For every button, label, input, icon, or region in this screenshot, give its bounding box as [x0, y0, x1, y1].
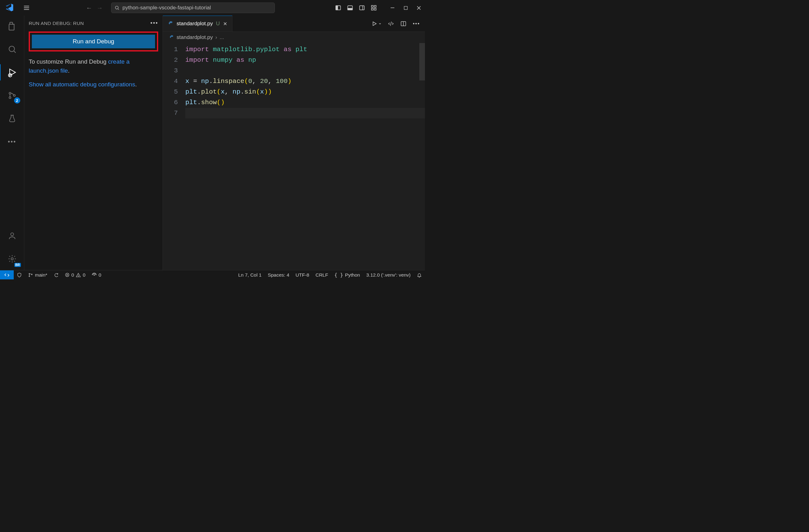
warning-count: 0	[83, 272, 85, 278]
svg-rect-19	[9, 24, 14, 30]
ports-count: 0	[99, 272, 101, 278]
customize-text: To customize Run and Debug	[29, 58, 106, 65]
svg-point-43	[94, 274, 95, 276]
run-and-debug-button[interactable]: Run and Debug	[32, 35, 155, 48]
svg-line-4	[118, 9, 119, 10]
highlight-box: Run and Debug	[29, 32, 158, 51]
svg-point-30	[11, 258, 13, 260]
svg-rect-11	[372, 6, 374, 7]
status-language[interactable]: { } Python	[331, 270, 363, 279]
status-bar: main* 0 0 0 Ln 7, Col 1 Spaces: 4 UTF-8 …	[0, 270, 425, 279]
status-notifications-icon[interactable]	[414, 270, 425, 279]
svg-point-31	[170, 22, 170, 22]
close-window-icon[interactable]	[415, 6, 423, 10]
nav-back-icon[interactable]: ←	[86, 4, 92, 12]
svg-point-20	[9, 46, 15, 52]
period: .	[68, 67, 70, 74]
status-ports[interactable]: 0	[89, 270, 104, 279]
svg-point-36	[29, 276, 30, 277]
activity-bar: 2 ••• BR	[0, 16, 24, 270]
sidebar: RUN AND DEBUG: RUN ••• Run and Debug To …	[24, 16, 163, 270]
status-sync-icon[interactable]	[51, 270, 62, 279]
minimap[interactable]	[419, 43, 425, 81]
braces-icon: { }	[334, 272, 343, 278]
editor-tab[interactable]: standardplot.py U ✕	[163, 16, 233, 32]
layout-primary-sidebar-icon[interactable]	[335, 5, 341, 11]
editor-area: standardplot.py U ✕ •••	[163, 16, 425, 270]
scm-badge: 2	[14, 97, 20, 104]
line-gutter: 1 2 3 4 5 6 7	[163, 44, 185, 270]
status-encoding[interactable]: UTF-8	[292, 270, 312, 279]
customize-layout-icon[interactable]	[371, 5, 377, 11]
status-eol[interactable]: CRLF	[312, 270, 331, 279]
show-auto-config-link[interactable]: Show all automatic debug configurations	[29, 81, 135, 88]
svg-rect-13	[372, 8, 374, 10]
explorer-icon[interactable]	[5, 19, 19, 33]
source-control-icon[interactable]: 2	[5, 89, 19, 102]
svg-point-25	[9, 92, 11, 94]
account-icon[interactable]	[5, 229, 19, 243]
search-text: python-sample-vscode-fastapi-tutorial	[123, 5, 211, 11]
error-count: 0	[71, 272, 74, 278]
layout-panel-icon[interactable]	[347, 5, 353, 11]
editor-more-icon[interactable]: •••	[413, 21, 420, 26]
minimize-window-icon[interactable]	[389, 6, 396, 10]
svg-marker-32	[373, 22, 377, 25]
breadcrumb[interactable]: standardplot.py › ...	[163, 32, 425, 43]
svg-point-42	[78, 276, 79, 276]
status-problems[interactable]: 0 0	[62, 270, 89, 279]
svg-rect-9	[360, 6, 364, 10]
close-tab-icon[interactable]: ✕	[223, 21, 227, 27]
svg-rect-14	[374, 8, 376, 10]
breadcrumb-file: standardplot.py	[177, 34, 213, 40]
code-editor[interactable]: 1 2 3 4 5 6 7 import matplotlib.pyplot a…	[163, 43, 425, 270]
search-activity-icon[interactable]	[5, 42, 19, 56]
more-activity-icon[interactable]: •••	[5, 135, 19, 148]
svg-line-21	[14, 51, 15, 53]
vscode-logo-icon	[5, 3, 14, 13]
tab-modified-indicator: U	[216, 21, 220, 27]
status-trust-icon[interactable]	[14, 270, 25, 279]
layout-secondary-sidebar-icon[interactable]	[359, 5, 365, 11]
svg-point-26	[9, 97, 11, 99]
svg-point-3	[115, 6, 118, 9]
nav-forward-icon[interactable]: →	[97, 4, 103, 12]
compare-changes-icon[interactable]	[388, 21, 394, 27]
svg-rect-8	[348, 8, 352, 10]
svg-point-35	[29, 273, 30, 274]
svg-rect-16	[404, 6, 407, 10]
testing-icon[interactable]	[5, 112, 19, 125]
status-cursor[interactable]: Ln 7, Col 1	[235, 270, 264, 279]
run-file-icon[interactable]	[372, 21, 382, 26]
svg-rect-12	[374, 6, 376, 7]
hamburger-menu-icon[interactable]	[23, 4, 30, 11]
svg-point-29	[11, 233, 13, 236]
tab-bar: standardplot.py U ✕ •••	[163, 16, 425, 32]
code-lines: import matplotlib.pyplot as plt import n…	[185, 44, 425, 270]
titlebar: ← → python-sample-vscode-fastapi-tutoria…	[0, 0, 425, 16]
command-center-search[interactable]: python-sample-vscode-fastapi-tutorial	[111, 2, 275, 13]
python-file-icon	[169, 35, 174, 40]
period2: .	[135, 81, 137, 88]
settings-badge: BR	[14, 263, 21, 267]
status-branch[interactable]: main*	[25, 270, 51, 279]
svg-rect-6	[336, 6, 338, 10]
remote-indicator-icon[interactable]	[0, 270, 14, 279]
sidebar-title: RUN AND DEBUG: RUN	[29, 21, 84, 26]
settings-gear-icon[interactable]: BR	[5, 252, 19, 266]
split-editor-icon[interactable]	[400, 21, 407, 27]
branch-name: main*	[35, 272, 48, 278]
breadcrumb-separator-icon: ›	[215, 34, 217, 40]
search-icon	[115, 5, 120, 10]
run-debug-activity-icon[interactable]	[5, 66, 19, 79]
status-indent[interactable]: Spaces: 4	[264, 270, 292, 279]
sidebar-more-icon[interactable]: •••	[150, 20, 158, 26]
tab-filename: standardplot.py	[177, 21, 213, 27]
maximize-window-icon[interactable]	[402, 6, 409, 10]
python-file-icon	[168, 21, 173, 26]
status-interpreter[interactable]: 3.12.0 ('.venv': venv)	[363, 270, 414, 279]
breadcrumb-more: ...	[220, 34, 224, 40]
